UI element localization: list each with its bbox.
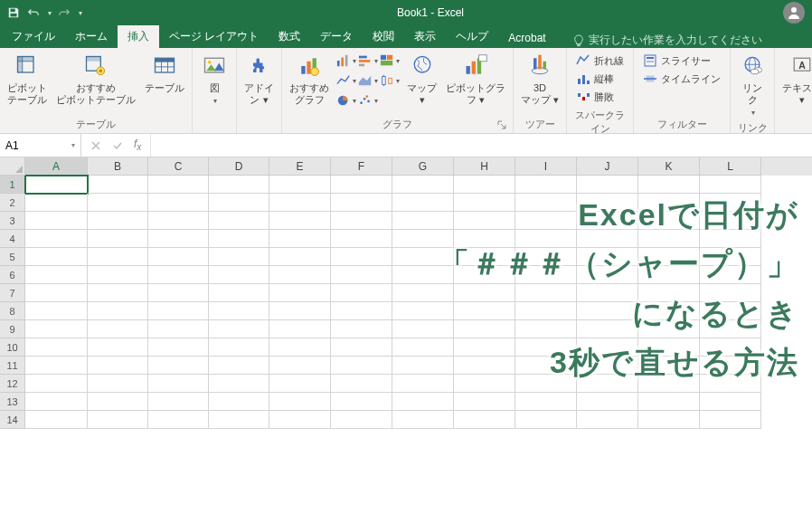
cell[interactable]	[638, 230, 700, 248]
cell[interactable]	[577, 338, 638, 357]
tab-page-layout[interactable]: ページ レイアウト	[159, 25, 269, 48]
cell[interactable]	[392, 230, 454, 248]
scatter-chart-icon[interactable]: ▾	[358, 91, 378, 109]
cell[interactable]	[454, 338, 515, 357]
tab-formulas[interactable]: 数式	[269, 25, 310, 48]
cell[interactable]	[454, 194, 515, 212]
name-box[interactable]: A1▾	[0, 134, 81, 157]
cell[interactable]	[88, 357, 148, 375]
cell[interactable]	[269, 302, 331, 320]
cell[interactable]	[700, 411, 761, 429]
cell[interactable]	[638, 266, 700, 284]
cell[interactable]	[577, 248, 638, 266]
cell[interactable]	[454, 248, 515, 266]
link-button[interactable]: リン ク▾	[734, 50, 770, 120]
cell[interactable]	[209, 375, 269, 393]
cell[interactable]	[148, 411, 209, 429]
cell[interactable]	[88, 302, 148, 320]
cell[interactable]	[454, 284, 515, 302]
cell[interactable]	[148, 393, 209, 411]
cell[interactable]	[454, 212, 515, 230]
cell[interactable]	[269, 338, 331, 357]
cell[interactable]	[269, 212, 331, 230]
cell[interactable]	[700, 194, 761, 212]
stats-chart-icon[interactable]: ▾	[380, 71, 400, 90]
cell[interactable]	[454, 357, 515, 375]
cell[interactable]	[209, 411, 269, 429]
cell[interactable]	[88, 375, 148, 393]
text-button[interactable]: Aテキスト ▾	[779, 50, 812, 108]
cell[interactable]	[454, 411, 515, 429]
cell[interactable]	[515, 302, 577, 320]
tab-review[interactable]: 校閲	[363, 25, 404, 48]
cell[interactable]	[25, 194, 88, 212]
cell[interactable]	[700, 284, 761, 302]
addins-button[interactable]: アドイ ン ▾	[241, 50, 278, 108]
cell[interactable]	[638, 411, 700, 429]
cell[interactable]	[148, 212, 209, 230]
cell[interactable]	[700, 266, 761, 284]
column-header[interactable]: J	[577, 157, 638, 176]
cell[interactable]	[269, 230, 331, 248]
timeline-button[interactable]: タイムライン	[643, 70, 721, 88]
cell[interactable]	[331, 393, 392, 411]
cell[interactable]	[331, 320, 392, 338]
cell[interactable]	[454, 266, 515, 284]
formula-input[interactable]	[151, 134, 812, 157]
tell-me-search[interactable]: 実行したい作業を入力してください	[572, 33, 762, 48]
tab-help[interactable]: ヘルプ	[446, 25, 498, 48]
tab-acrobat[interactable]: Acrobat	[498, 28, 555, 48]
cell[interactable]	[331, 284, 392, 302]
line-chart-icon[interactable]: ▾	[336, 71, 356, 90]
cell[interactable]	[331, 212, 392, 230]
map-3d-button[interactable]: 3D マップ ▾	[517, 50, 562, 108]
cell[interactable]	[88, 338, 148, 357]
cell[interactable]	[331, 411, 392, 429]
cell[interactable]	[209, 393, 269, 411]
column-header[interactable]: D	[209, 157, 269, 176]
cell[interactable]	[392, 320, 454, 338]
cell[interactable]	[25, 393, 88, 411]
user-avatar[interactable]	[783, 2, 805, 24]
cell[interactable]	[515, 357, 577, 375]
undo-dropdown-icon[interactable]: ▾	[43, 3, 54, 23]
cell[interactable]	[209, 357, 269, 375]
table-button[interactable]: テーブル	[141, 50, 188, 96]
cell[interactable]	[209, 230, 269, 248]
cell[interactable]	[392, 194, 454, 212]
cell[interactable]	[392, 284, 454, 302]
cell[interactable]	[209, 284, 269, 302]
cell[interactable]	[25, 357, 88, 375]
row-header[interactable]: 2	[0, 194, 25, 212]
cell[interactable]	[515, 176, 577, 194]
cell[interactable]	[700, 302, 761, 320]
cell[interactable]	[269, 320, 331, 338]
cell[interactable]	[148, 194, 209, 212]
cell[interactable]	[88, 320, 148, 338]
sparkline-column-button[interactable]: 縦棒	[576, 70, 624, 88]
cell[interactable]	[269, 393, 331, 411]
column-header[interactable]: H	[454, 157, 515, 176]
cell[interactable]	[25, 338, 88, 357]
tab-insert[interactable]: 挿入	[118, 25, 159, 48]
cell[interactable]	[454, 320, 515, 338]
cell[interactable]	[209, 338, 269, 357]
tab-view[interactable]: 表示	[404, 25, 446, 48]
cell[interactable]	[577, 302, 638, 320]
cell[interactable]	[392, 212, 454, 230]
cell[interactable]	[577, 194, 638, 212]
cell[interactable]	[25, 212, 88, 230]
row-header[interactable]: 5	[0, 248, 25, 266]
cell[interactable]	[700, 357, 761, 375]
column-header[interactable]: B	[88, 157, 148, 176]
cell[interactable]	[209, 176, 269, 194]
column-header[interactable]: L	[700, 157, 761, 176]
cell[interactable]	[25, 266, 88, 284]
cell[interactable]	[454, 302, 515, 320]
column-header[interactable]: I	[515, 157, 577, 176]
cell[interactable]	[269, 194, 331, 212]
row-header[interactable]: 13	[0, 393, 25, 411]
cell[interactable]	[148, 248, 209, 266]
cell[interactable]	[392, 375, 454, 393]
cell[interactable]	[331, 194, 392, 212]
